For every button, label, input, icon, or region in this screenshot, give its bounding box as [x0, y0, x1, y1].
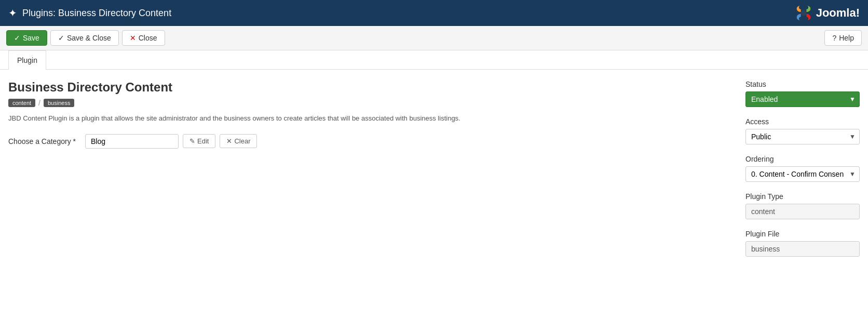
plugin-description: JBD Content Plugin is a plugin that allo… [8, 113, 735, 124]
status-select-wrapper: Enabled Disabled ▼ [745, 91, 860, 107]
plugin-file-label: Plugin File [745, 230, 860, 238]
access-select-wrapper: Public Registered Special ▼ [745, 129, 860, 144]
joomla-text: Joomla! [816, 6, 860, 20]
clear-button[interactable]: ✕ Clear [220, 134, 257, 148]
ordering-select[interactable]: 0. Content - Confirm Consent [745, 166, 860, 182]
access-select[interactable]: Public Registered Special [745, 129, 860, 144]
main-content: Business Directory Content content / bus… [0, 70, 868, 278]
category-label: Choose a Category * [8, 137, 81, 146]
edit-button[interactable]: ✎ Edit [183, 134, 215, 148]
svg-point-0 [801, 10, 806, 16]
plugin-file-value: business [745, 241, 860, 257]
joomla-logo: Joomla! [794, 4, 860, 22]
ordering-select-wrapper: 0. Content - Confirm Consent ▼ [745, 166, 860, 182]
edit-icon: ✎ [189, 137, 195, 145]
save-close-button[interactable]: ✓ Save & Close [50, 30, 119, 46]
tab-plugin[interactable]: Plugin [8, 50, 46, 70]
help-button[interactable]: ? Help [824, 30, 862, 46]
status-label: Status [745, 80, 860, 88]
content-right: Status Enabled Disabled ▼ Access Public … [745, 80, 860, 267]
plugin-type-section: Plugin Type content [745, 192, 860, 219]
content-left: Business Directory Content content / bus… [8, 80, 735, 267]
plugin-type-value: content [745, 204, 860, 219]
toolbar: ✓ Save ✓ Save & Close ✕ Close ? Help [0, 26, 868, 50]
joomla-flower-icon [794, 4, 813, 22]
status-section: Status Enabled Disabled ▼ [745, 80, 860, 107]
access-section: Access Public Registered Special ▼ [745, 117, 860, 144]
tag-business: business [44, 99, 74, 107]
breadcrumb-tags: content / business [8, 99, 735, 107]
tag-content: content [8, 99, 35, 107]
header-left: ✦ Plugins: Business Directory Content [8, 7, 171, 19]
ordering-label: Ordering [745, 155, 860, 163]
save-icon: ✓ [14, 34, 20, 42]
save-button[interactable]: ✓ Save [6, 30, 47, 46]
check-icon: ✓ [58, 34, 64, 42]
ordering-section: Ordering 0. Content - Confirm Consent ▼ [745, 155, 860, 182]
tabs-bar: Plugin [0, 50, 868, 70]
access-label: Access [745, 117, 860, 126]
puzzle-icon: ✦ [8, 7, 17, 19]
plugin-type-label: Plugin Type [745, 192, 860, 201]
plugin-file-section: Plugin File business [745, 230, 860, 257]
plugin-title: Business Directory Content [8, 80, 735, 95]
category-form-row: Choose a Category * ✎ Edit ✕ Clear [8, 134, 735, 149]
breadcrumb-separator: / [38, 99, 40, 107]
page-title: Plugins: Business Directory Content [22, 8, 171, 19]
times-icon: ✕ [226, 137, 232, 145]
close-button[interactable]: ✕ Close [122, 30, 165, 46]
status-select[interactable]: Enabled Disabled [745, 91, 860, 107]
close-icon: ✕ [130, 34, 136, 42]
header: ✦ Plugins: Business Directory Content Jo… [0, 0, 868, 26]
category-input[interactable] [85, 134, 179, 149]
question-icon: ? [832, 34, 836, 42]
